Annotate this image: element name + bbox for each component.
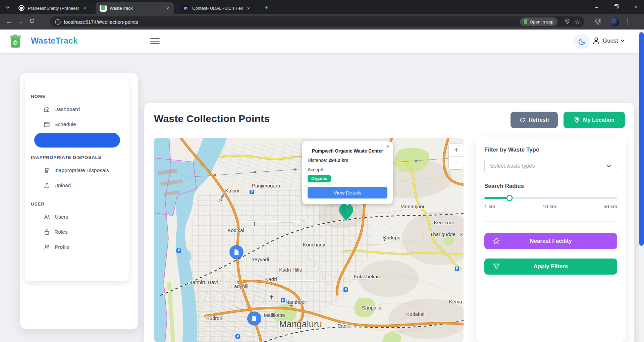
- tab-close-icon[interactable]: ×: [246, 5, 252, 11]
- calendar-icon: [44, 121, 50, 127]
- sidebar-item-users[interactable]: Users: [31, 209, 123, 224]
- tab-close-icon[interactable]: ×: [82, 5, 88, 11]
- sidebar-item-dashboard[interactable]: Dashboard: [31, 102, 123, 117]
- window-close-button[interactable]: ×: [628, 0, 643, 14]
- popup-accepts-label: Accepts:: [308, 167, 387, 172]
- chevron-down-icon: [606, 164, 611, 168]
- sidebar-item-upload[interactable]: Upload: [31, 178, 123, 193]
- map-label: Saripalla: [362, 305, 381, 310]
- map-label: Mangaluru: [279, 319, 322, 330]
- map-label: Padil: [337, 323, 348, 329]
- svg-text:P: P: [282, 298, 284, 302]
- popup-distance: Distance: 294.2 km: [308, 158, 387, 163]
- section-title-inappropriate-disposals: INAPPROPRIATE DISPOSALS: [31, 155, 123, 160]
- sidebar-item-inappropriate-disposals[interactable]: Inappropriate Disposals: [31, 163, 123, 178]
- refresh-icon: [520, 117, 526, 123]
- star-icon: [492, 237, 500, 245]
- search-radius-label: Search Radius: [484, 183, 617, 189]
- zoom-out-button[interactable]: −: [449, 157, 464, 169]
- slider-fill: [484, 197, 509, 199]
- site-info-icon[interactable]: [55, 19, 61, 25]
- nearest-facility-button[interactable]: Nearest Facility: [484, 233, 617, 249]
- popup-close-icon[interactable]: ×: [386, 143, 389, 150]
- browser-toolbar: ← → localhost:5174/#/collection-points O…: [0, 14, 644, 30]
- page-title: Waste Collection Points: [154, 113, 270, 124]
- brand-title: WasteTrack: [31, 36, 78, 46]
- sidebar-item-collection-points-active[interactable]: [34, 133, 120, 148]
- reload-button[interactable]: [26, 18, 38, 25]
- app-icon: [524, 20, 527, 24]
- map-label: Mallikatte: [264, 312, 285, 318]
- url-text[interactable]: localhost:5174/#/collection-points: [64, 19, 520, 25]
- my-location-button[interactable]: My Location: [564, 112, 625, 128]
- sidebar-item-roles[interactable]: Roles: [31, 224, 123, 239]
- map-label: Panjimogaru: [252, 183, 280, 188]
- facility-marker-blue-1: [230, 245, 243, 259]
- radius-slider[interactable]: [484, 195, 617, 201]
- page-scrollbar-track[interactable]: [639, 30, 644, 342]
- page-scrollbar-thumb[interactable]: [639, 32, 644, 246]
- dark-mode-toggle[interactable]: [574, 34, 590, 49]
- map-label: Kadri: [265, 276, 277, 282]
- extensions-icon[interactable]: [594, 18, 601, 26]
- popup-pointer: [343, 201, 352, 206]
- forward-button[interactable]: →: [15, 18, 26, 25]
- map-canvas[interactable]: P P P P P P: [154, 138, 464, 342]
- map-label: Tanniru Bavi: [190, 279, 218, 285]
- tab-close-icon[interactable]: ×: [165, 5, 171, 11]
- map-label: Tharigudde: [430, 231, 455, 237]
- sidebar-item-schedule[interactable]: Schedule: [31, 117, 123, 132]
- waste-type-select[interactable]: Select waste types: [484, 158, 617, 174]
- menu-toggle-button[interactable]: [150, 37, 160, 45]
- svg-text:P: P: [178, 249, 180, 252]
- sidebar: HOME Dashboard Schedule INAPPROPRIATE DI…: [20, 73, 138, 329]
- toolbar-divider: [605, 18, 605, 25]
- location-permission-icon[interactable]: [562, 18, 572, 25]
- browser-tab-contest[interactable]: ip Contest- UDAL - DC's Fellowshi ×: [178, 2, 255, 14]
- slider-handle[interactable]: [506, 195, 513, 201]
- browser-tab-wastetrack[interactable]: WasteTrack ×: [96, 2, 174, 14]
- user-name: Guest: [603, 38, 618, 44]
- map-label: Kodikal: [227, 227, 244, 233]
- wastetrack-logo: [9, 34, 22, 48]
- sidebar-menu: HOME Dashboard Schedule INAPPROPRIATE DI…: [25, 78, 129, 281]
- refresh-button[interactable]: Refresh: [511, 112, 558, 128]
- address-bar[interactable]: localhost:5174/#/collection-points Open …: [50, 16, 584, 27]
- back-button[interactable]: ←: [3, 18, 15, 25]
- map-label: Kadri Hills: [279, 267, 302, 273]
- browser-tab-github[interactable]: PraneeshShetty (Praneesh Shett ×: [14, 2, 91, 14]
- select-placeholder: Select waste types: [490, 163, 535, 169]
- tab-title: WasteTrack: [110, 6, 162, 11]
- map-label: Kudupu: [383, 235, 400, 240]
- profile-avatar[interactable]: [610, 17, 619, 26]
- facility-marker-blue-2: [248, 312, 261, 325]
- location-pin-icon: [574, 117, 580, 123]
- tab-divider: [257, 4, 257, 10]
- zoom-in-button[interactable]: +: [449, 144, 464, 156]
- map-zoom-control: + −: [448, 143, 464, 170]
- svg-text:P: P: [251, 190, 253, 194]
- new-tab-button[interactable]: +: [262, 3, 271, 12]
- user-menu[interactable]: Guest: [592, 37, 625, 45]
- map-label: Nanthoor: [285, 299, 306, 305]
- chevron-down-icon: [621, 39, 625, 42]
- filter-panel: Filter by Waste Type Select waste types …: [476, 137, 626, 342]
- map-label: Kerekodi: [434, 220, 453, 225]
- bookmark-star-icon[interactable]: ☆: [572, 18, 582, 26]
- divider: [484, 221, 617, 222]
- view-details-button[interactable]: View Details: [308, 187, 387, 198]
- upload-icon: [44, 182, 50, 188]
- restore-icon: [614, 5, 618, 9]
- window-minimize-button[interactable]: –: [589, 0, 604, 14]
- map-label: Konchady: [303, 242, 325, 247]
- sidebar-item-profile[interactable]: Profile: [31, 239, 123, 254]
- map-label: Yeyyadi: [252, 256, 269, 262]
- trash-icon: [44, 167, 50, 173]
- apply-filters-button[interactable]: Apply Filters: [484, 259, 617, 275]
- tab-search-button[interactable]: [3, 3, 12, 12]
- browser-menu-icon[interactable]: ⋮: [625, 18, 631, 25]
- map-label: Kuloor: [225, 188, 239, 193]
- ip-favicon: ip: [182, 5, 189, 11]
- open-in-app-button[interactable]: Open in app: [520, 17, 557, 26]
- window-restore-button[interactable]: [608, 0, 623, 14]
